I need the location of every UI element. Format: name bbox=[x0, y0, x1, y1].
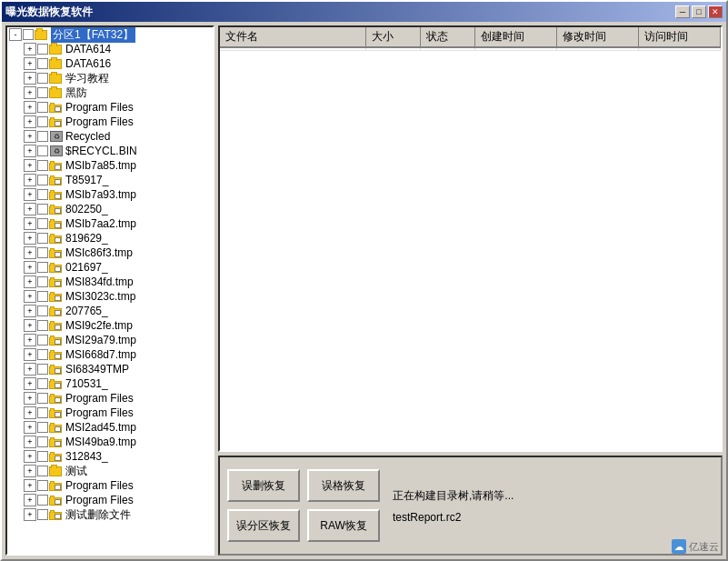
tree-item-recycled[interactable]: + ♻ Recycled bbox=[7, 129, 213, 144]
expand-icon[interactable]: + bbox=[24, 406, 36, 419]
minimize-button[interactable]: ─ bbox=[675, 5, 690, 18]
checkbox-item[interactable] bbox=[37, 145, 48, 156]
tree-item[interactable]: + 312843_ bbox=[7, 449, 213, 464]
checkbox-item[interactable] bbox=[37, 480, 48, 491]
maximize-button[interactable]: □ bbox=[692, 5, 706, 18]
tree-item[interactable]: + Program Files bbox=[7, 406, 213, 420]
tree-item[interactable]: + DATA616 bbox=[7, 56, 213, 71]
checkbox-item[interactable] bbox=[37, 509, 48, 520]
expand-icon[interactable]: + bbox=[24, 363, 36, 376]
checkbox-item[interactable] bbox=[37, 262, 48, 273]
tree-item[interactable]: + 学习教程 bbox=[7, 71, 213, 85]
expand-icon[interactable]: + bbox=[24, 115, 36, 128]
tree-item[interactable]: + 021697_ bbox=[7, 260, 213, 275]
checkbox-item[interactable] bbox=[37, 247, 48, 258]
checkbox-item[interactable] bbox=[37, 466, 48, 476]
checkbox-item[interactable] bbox=[37, 451, 48, 462]
recover-raw-button[interactable]: RAW恢复 bbox=[307, 509, 380, 542]
expand-root[interactable]: - bbox=[9, 28, 22, 41]
expand-icon[interactable]: + bbox=[24, 174, 36, 186]
tree-item[interactable]: + MSI3023c.tmp bbox=[7, 289, 213, 304]
expand-icon[interactable]: + bbox=[24, 479, 36, 492]
expand-icon[interactable]: + bbox=[24, 86, 36, 99]
tree-item[interactable]: + Program Files bbox=[7, 391, 213, 406]
expand-icon[interactable]: + bbox=[24, 377, 36, 390]
tree-item[interactable]: + 802250_ bbox=[7, 202, 213, 216]
expand-icon[interactable]: + bbox=[24, 72, 36, 85]
checkbox-item[interactable] bbox=[37, 393, 48, 404]
tree-item[interactable]: + MSI29a79.tmp bbox=[7, 333, 213, 347]
checkbox-item[interactable] bbox=[37, 233, 48, 244]
checkbox-root[interactable] bbox=[23, 29, 34, 40]
expand-icon[interactable]: + bbox=[24, 217, 36, 230]
expand-icon[interactable]: + bbox=[24, 275, 36, 288]
tree-item[interactable]: + MSIb7aa2.tmp bbox=[7, 216, 213, 231]
checkbox-item[interactable] bbox=[37, 306, 48, 316]
expand-icon[interactable]: + bbox=[24, 290, 36, 303]
checkbox-item[interactable] bbox=[37, 436, 48, 447]
tree-panel[interactable]: - 分区1【FAT32】 + DATA614 + DATA616 bbox=[5, 25, 214, 556]
checkbox-item[interactable] bbox=[37, 102, 48, 113]
tree-item[interactable]: + 黑防 bbox=[7, 85, 213, 100]
tree-item[interactable]: + MSIb7a93.tmp bbox=[7, 187, 213, 202]
tree-item[interactable]: + Program Files bbox=[7, 493, 213, 507]
expand-icon[interactable]: + bbox=[24, 436, 36, 448]
expand-icon[interactable]: + bbox=[24, 305, 36, 317]
tree-item[interactable]: + 测试 bbox=[7, 464, 213, 478]
tree-item[interactable]: + MSI9c2fe.tmp bbox=[7, 318, 213, 333]
close-button[interactable]: ✕ bbox=[708, 5, 723, 18]
tree-item[interactable]: + MSIb7a85.tmp bbox=[7, 158, 213, 173]
expand-icon[interactable]: + bbox=[24, 319, 36, 332]
expand-icon[interactable]: + bbox=[24, 261, 36, 274]
checkbox-item[interactable] bbox=[37, 349, 48, 360]
tree-item[interactable]: + 207765_ bbox=[7, 304, 213, 318]
expand-icon[interactable]: + bbox=[24, 101, 36, 114]
expand-icon[interactable]: + bbox=[24, 232, 36, 245]
expand-icon[interactable]: + bbox=[24, 508, 36, 521]
checkbox-item[interactable] bbox=[37, 160, 48, 171]
checkbox-item[interactable] bbox=[37, 73, 48, 84]
checkbox-item[interactable] bbox=[37, 422, 48, 433]
tree-item[interactable]: + Program Files bbox=[7, 115, 213, 129]
tree-item[interactable]: + ♻ $RECYCL.BIN bbox=[7, 144, 213, 158]
checkbox-item[interactable] bbox=[37, 320, 48, 331]
expand-icon[interactable]: + bbox=[24, 57, 36, 70]
tree-item[interactable]: + Program Files bbox=[7, 100, 213, 115]
expand-icon[interactable]: + bbox=[24, 159, 36, 172]
checkbox-item[interactable] bbox=[37, 175, 48, 185]
checkbox-item[interactable] bbox=[37, 291, 48, 302]
expand-icon[interactable]: + bbox=[24, 203, 36, 215]
expand-icon[interactable]: + bbox=[24, 43, 36, 55]
tree-item[interactable]: + 测试删除文件 bbox=[7, 507, 213, 522]
expand-icon[interactable]: + bbox=[24, 188, 36, 201]
expand-icon[interactable]: + bbox=[24, 334, 36, 346]
tree-item[interactable]: + MSI2ad45.tmp bbox=[7, 420, 213, 435]
checkbox-item[interactable] bbox=[37, 495, 48, 506]
checkbox-item[interactable] bbox=[37, 131, 48, 142]
recover-partition-button[interactable]: 误分区恢复 bbox=[227, 509, 300, 542]
tree-item[interactable]: + SI68349TMP bbox=[7, 362, 213, 376]
checkbox-item[interactable] bbox=[37, 189, 48, 200]
checkbox-item[interactable] bbox=[37, 276, 48, 287]
expand-icon[interactable]: + bbox=[24, 494, 36, 506]
expand-icon[interactable]: + bbox=[24, 145, 36, 157]
checkbox-item[interactable] bbox=[37, 364, 48, 375]
tree-item[interactable]: + Program Files bbox=[7, 478, 213, 493]
recover-deleted-button[interactable]: 误删恢复 bbox=[227, 469, 300, 502]
checkbox-item[interactable] bbox=[37, 87, 48, 98]
tree-item[interactable]: + 819629_ bbox=[7, 231, 213, 245]
recover-formatted-button[interactable]: 误格恢复 bbox=[307, 469, 380, 502]
checkbox-item[interactable] bbox=[37, 58, 48, 69]
expand-icon[interactable]: + bbox=[24, 421, 36, 434]
expand-icon[interactable]: + bbox=[24, 348, 36, 361]
tree-item[interactable]: + MSI49ba9.tmp bbox=[7, 435, 213, 449]
tree-root[interactable]: - 分区1【FAT32】 bbox=[7, 27, 213, 42]
tree-item[interactable]: + 710531_ bbox=[7, 376, 213, 391]
checkbox-item[interactable] bbox=[37, 335, 48, 346]
expand-icon[interactable]: + bbox=[24, 392, 36, 405]
tree-item[interactable]: + MSI668d7.tmp bbox=[7, 347, 213, 362]
tree-item[interactable]: + DATA614 bbox=[7, 42, 213, 56]
expand-icon[interactable]: + bbox=[24, 450, 36, 463]
checkbox-item[interactable] bbox=[37, 116, 48, 127]
tree-item[interactable]: + MSI834fd.tmp bbox=[7, 275, 213, 289]
